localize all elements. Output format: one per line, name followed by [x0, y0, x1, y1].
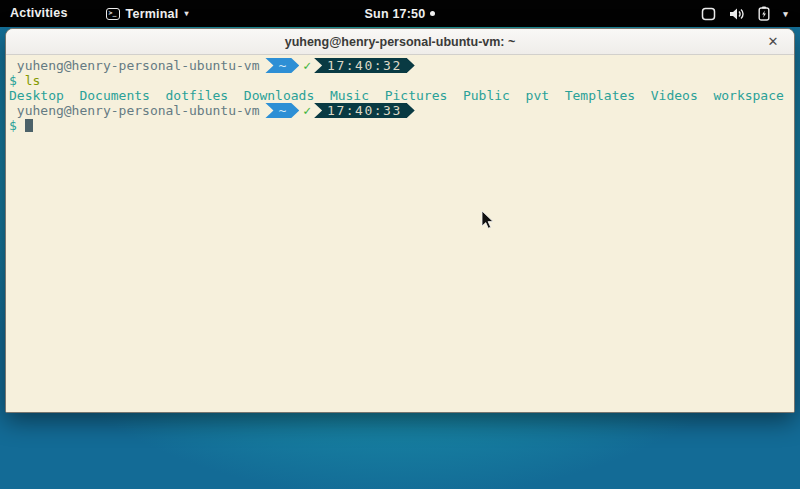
window-titlebar[interactable]: yuheng@henry-personal-ubuntu-vm: ~ ✕ [6, 29, 794, 55]
prompt-user-host: yuheng@henry-personal-ubuntu-vm [9, 103, 259, 118]
activities-button[interactable]: Activities [0, 0, 78, 27]
terminal-line-prompt: yuheng@henry-personal-ubuntu-vm~✓17:40:3… [9, 58, 792, 73]
top-bar: Activities >_ Terminal ▾ Sun 17:50 [0, 0, 800, 27]
status-check-icon: ✓ [303, 103, 311, 118]
status-check-icon: ✓ [303, 58, 311, 73]
terminal-line-command: $ ls [9, 73, 792, 88]
notification-dot-icon [430, 11, 435, 16]
ls-output-directories: Desktop Documents dotfiles Downloads Mus… [9, 88, 784, 103]
chevron-down-icon: ▾ [783, 9, 788, 19]
volume-icon [729, 7, 745, 21]
prompt-cwd-segment: ~ [265, 103, 299, 118]
terminal-window: yuheng@henry-personal-ubuntu-vm: ~ ✕ yuh… [5, 28, 795, 413]
clock-label: Sun 17:50 [365, 7, 426, 21]
system-status-menu[interactable]: ▾ [701, 0, 800, 27]
terminal-cursor [25, 119, 33, 132]
prompt-symbol: $ [9, 118, 17, 133]
prompt-cwd-segment: ~ [265, 58, 299, 73]
prompt-time-segment: 17:40:32 [314, 58, 415, 73]
window-title: yuheng@henry-personal-ubuntu-vm: ~ [6, 35, 794, 49]
chevron-down-icon: ▾ [184, 9, 188, 18]
prompt-user-host: yuheng@henry-personal-ubuntu-vm [9, 58, 259, 73]
clock-button[interactable]: Sun 17:50 [365, 7, 436, 21]
desktop-background: Activities >_ Terminal ▾ Sun 17:50 [0, 0, 800, 489]
wired-network-icon [701, 7, 716, 21]
terminal-line-cursor: $ [9, 118, 792, 133]
mouse-pointer-icon [481, 210, 495, 230]
close-button[interactable]: ✕ [762, 29, 784, 55]
prompt-time-segment: 17:40:33 [314, 103, 415, 118]
prompt-symbol: $ [9, 73, 17, 88]
typed-command: ls [25, 73, 41, 88]
app-menu-label: Terminal [126, 7, 179, 21]
app-menu-button[interactable]: >_ Terminal ▾ [106, 7, 189, 21]
battery-charging-icon [758, 6, 770, 21]
terminal-line-prompt: yuheng@henry-personal-ubuntu-vm~✓17:40:3… [9, 103, 792, 118]
terminal-content[interactable]: yuheng@henry-personal-ubuntu-vm~✓17:40:3… [6, 55, 794, 412]
terminal-line-output: Desktop Documents dotfiles Downloads Mus… [9, 88, 792, 103]
terminal-app-icon: >_ [106, 8, 120, 20]
